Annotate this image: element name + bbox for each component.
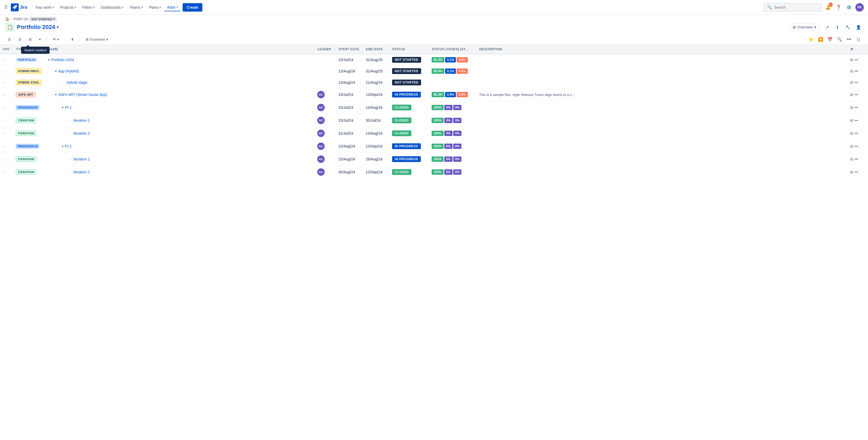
col-header-status[interactable]: STATUS (389, 45, 429, 54)
grid-view-icon[interactable]: ⊞ (850, 157, 853, 161)
export-button[interactable]: ⬆ (68, 36, 76, 43)
list-view-button[interactable]: ☰ (5, 36, 14, 43)
nav-projects[interactable]: Projects ▾ (57, 4, 79, 11)
grid-view-icon[interactable]: ⊞ (850, 105, 853, 109)
star-icon[interactable]: ☆ (3, 118, 7, 123)
name-link[interactable]: Iteration 2 (73, 170, 90, 174)
timeline-view-button[interactable]: ⊟ (16, 36, 24, 43)
collapse-icon[interactable]: ▾ (62, 145, 63, 148)
col-header-name[interactable]: NAME (45, 45, 314, 54)
more-menu-icon[interactable]: ••• (854, 81, 858, 85)
col-header-start[interactable]: START DATE (335, 45, 363, 54)
more-options-button[interactable]: ••• (845, 35, 853, 43)
star-icon[interactable]: ☆ (3, 81, 7, 85)
group-by-button[interactable]: ▾ (36, 36, 43, 43)
col-header-end[interactable]: END DATE (363, 45, 389, 54)
board-view-button[interactable]: ⊞ (26, 36, 34, 43)
create-button[interactable]: Create (183, 3, 203, 11)
eye-button[interactable]: 👁 ▾ (50, 36, 62, 43)
avatar[interactable]: PK (855, 3, 864, 11)
name-link[interactable]: Iteration 2 (73, 131, 90, 135)
row-actions: ⊞ ••• (850, 131, 865, 135)
progress-pill: 0% (453, 169, 461, 175)
grid-view-icon[interactable]: ⊞ (850, 118, 853, 123)
col-header-leader[interactable]: LEADER (314, 45, 335, 54)
settings-button[interactable]: ⚙️ (845, 3, 853, 11)
notifications-button[interactable]: 🔔 9+ (824, 3, 832, 11)
more-menu-icon[interactable]: ••• (854, 131, 858, 135)
chevron-icon: ▾ (93, 6, 95, 9)
star-icon[interactable]: ☆ (3, 170, 7, 175)
col-header-status-tasks[interactable]: STATUS (TASKS) (ST... (429, 45, 476, 54)
star-icon[interactable]: ☆ (3, 157, 7, 161)
grid-view-icon[interactable]: ⊞ (850, 69, 853, 73)
name-link[interactable]: PI 1 (65, 105, 72, 109)
star-icon[interactable]: ☆ (3, 144, 7, 149)
calendar-button[interactable]: 📅 (826, 35, 834, 43)
jira-logo[interactable]: Jira (11, 3, 27, 11)
more-menu-icon[interactable]: ••• (854, 58, 858, 62)
share-button[interactable]: ↗ (823, 23, 831, 31)
essentials-button[interactable]: ⊞ Essentials ▾ (83, 36, 111, 43)
filter-button[interactable]: 🔽 (816, 35, 825, 43)
star-filter-button[interactable]: ⭐ (807, 35, 815, 43)
grid-view-icon[interactable]: ⊞ (850, 92, 853, 97)
more-menu-icon[interactable]: ••• (854, 144, 858, 148)
name-link[interactable]: Portfolio 2024 (51, 58, 74, 62)
name-link[interactable]: App (Hybrid) (58, 69, 79, 73)
help-button[interactable]: ❓ (834, 3, 843, 11)
star-icon[interactable]: ☆ (3, 58, 7, 62)
board-icon: ⊞ (29, 37, 32, 41)
more-menu-icon[interactable]: ••• (854, 105, 858, 109)
more-menu-icon[interactable]: ••• (854, 92, 858, 97)
progress-pill: 86.3% (432, 92, 444, 97)
nav-teams[interactable]: Teams ▾ (127, 4, 145, 11)
grid-view-icon[interactable]: ⊞ (850, 144, 853, 148)
info-button[interactable]: ℹ (833, 23, 842, 31)
page-title-heading[interactable]: Portfolio 2024 ▾ (17, 24, 59, 31)
collapse-icon[interactable]: ▾ (62, 106, 63, 109)
name-link[interactable]: Iteration 1 (73, 157, 90, 161)
gear-icon[interactable]: ⚙ (850, 48, 853, 51)
grid-menu-button[interactable]: ⠿ (4, 4, 8, 10)
progress-pill: 0% (444, 131, 453, 136)
home-icon[interactable]: 🏠 (5, 17, 9, 21)
port-id[interactable]: PORT-29 (14, 17, 28, 21)
nav-dashboards[interactable]: Dashboards ▾ (98, 4, 126, 11)
status-pill[interactable]: NOT STARTED ▾ (30, 17, 57, 21)
star-icon[interactable]: ☆ (3, 131, 7, 136)
name-link[interactable]: Hybrid stage (67, 81, 88, 85)
grid-view-icon[interactable]: ⊞ (850, 81, 853, 85)
collapse-icon[interactable]: ▾ (48, 58, 50, 62)
col-header-desc[interactable]: DESCRIPTION (476, 45, 847, 54)
person-button[interactable]: 👤 (854, 23, 863, 31)
collapse-icon[interactable]: ▾ (55, 93, 57, 96)
collapse-button[interactable]: ⟨⟩ (854, 35, 863, 43)
status-badge: NOT STARTED (392, 68, 421, 74)
collapse-icon[interactable]: ▾ (55, 69, 57, 73)
star-icon[interactable]: ☆ (3, 92, 7, 97)
name-link[interactable]: SAFe ART (Smart house App) (58, 92, 107, 97)
grid-view-icon[interactable]: ⊞ (850, 170, 853, 174)
wrench-button[interactable]: 🔧 (844, 23, 852, 31)
table-header-row: FAV TYPE ▾ NAME LEADER START DATE END DA… (0, 45, 868, 54)
nav-apps[interactable]: Apps ▾ (164, 3, 181, 11)
nav-plans[interactable]: Plans ▾ (147, 4, 163, 11)
more-menu-icon[interactable]: ••• (854, 69, 858, 73)
grid-view-icon[interactable]: ⊞ (850, 58, 853, 62)
more-menu-icon[interactable]: ••• (854, 118, 858, 123)
more-menu-icon[interactable]: ••• (854, 170, 858, 174)
name-link[interactable]: Iteration 1 (73, 118, 90, 123)
overview-button[interactable]: ⊞ Overview ▾ (789, 23, 819, 31)
more-menu-icon[interactable]: ••• (854, 157, 858, 161)
col-header-actions[interactable]: ⚙ (847, 45, 868, 54)
star-icon[interactable]: ☆ (3, 69, 7, 73)
grid-view-icon[interactable]: ⊞ (850, 131, 853, 135)
nav-filters[interactable]: Filters ▾ (80, 4, 97, 11)
name-link[interactable]: PI 2 (65, 144, 72, 148)
nav-your-work[interactable]: Your work ▾ (32, 4, 56, 11)
search-bar[interactable]: 🔍 (764, 3, 822, 11)
search-button[interactable]: 🔍 (835, 35, 844, 43)
star-icon[interactable]: ☆ (3, 105, 7, 110)
search-input[interactable] (774, 5, 818, 9)
